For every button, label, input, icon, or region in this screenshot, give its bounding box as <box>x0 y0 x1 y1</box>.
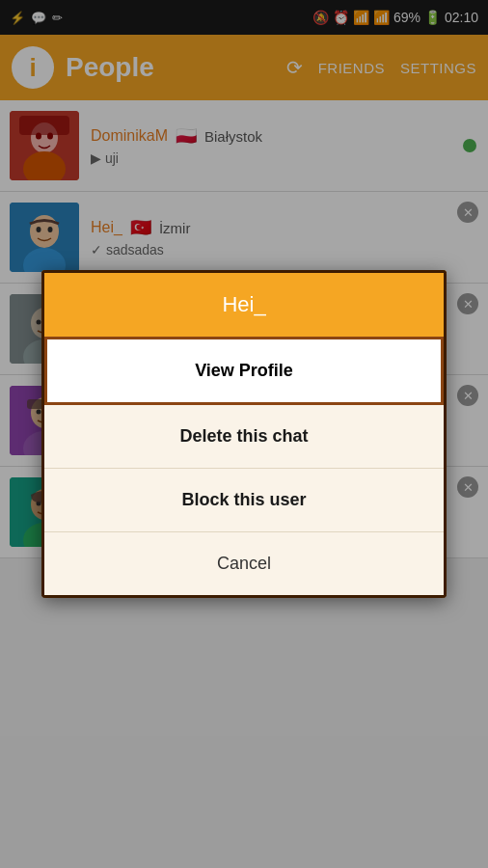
delete-chat-button[interactable]: Delete this chat <box>44 405 444 469</box>
modal-body: View Profile Delete this chat Block this… <box>41 337 447 598</box>
modal-username: Hei_ <box>222 292 265 316</box>
context-menu-modal: Hei_ View Profile Delete this chat Block… <box>41 270 447 598</box>
modal-overlay[interactable]: Hei_ View Profile Delete this chat Block… <box>0 0 488 868</box>
block-user-button[interactable]: Block this user <box>44 469 444 532</box>
modal-header: Hei_ <box>41 270 447 337</box>
cancel-button[interactable]: Cancel <box>44 532 444 595</box>
view-profile-button[interactable]: View Profile <box>44 337 444 405</box>
